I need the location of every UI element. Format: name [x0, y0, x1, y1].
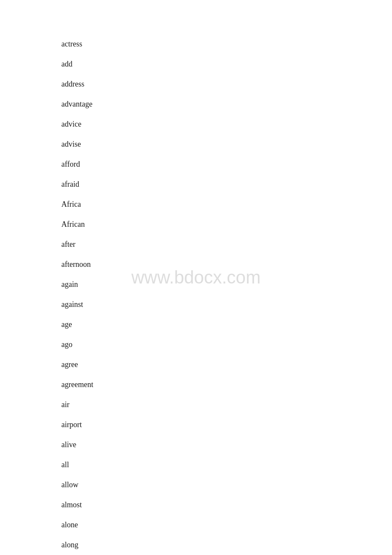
- list-item: afraid: [61, 174, 392, 194]
- list-item: add: [61, 54, 392, 74]
- list-item: actress: [61, 34, 392, 54]
- list-item: advice: [61, 114, 392, 134]
- list-item: against: [61, 295, 392, 315]
- list-item: afternoon: [61, 254, 392, 275]
- list-item: almost: [61, 495, 392, 515]
- list-item: after: [61, 234, 392, 254]
- list-item: alone: [61, 515, 392, 535]
- list-item: again: [61, 275, 392, 295]
- list-item: ago: [61, 335, 392, 355]
- list-item: afford: [61, 154, 392, 174]
- list-item: advise: [61, 134, 392, 154]
- list-item: advantage: [61, 94, 392, 114]
- list-item: air: [61, 395, 392, 415]
- list-item: alive: [61, 435, 392, 455]
- list-item: agree: [61, 355, 392, 375]
- list-item: along: [61, 535, 392, 555]
- list-item: all: [61, 455, 392, 475]
- list-item: address: [61, 74, 392, 94]
- list-item: airport: [61, 415, 392, 435]
- list-item: allow: [61, 475, 392, 495]
- list-item: Africa: [61, 194, 392, 214]
- list-item: agreement: [61, 375, 392, 395]
- word-list: actressaddaddressadvantageadviceadviseaf…: [0, 0, 392, 555]
- list-item: African: [61, 214, 392, 234]
- list-item: age: [61, 315, 392, 335]
